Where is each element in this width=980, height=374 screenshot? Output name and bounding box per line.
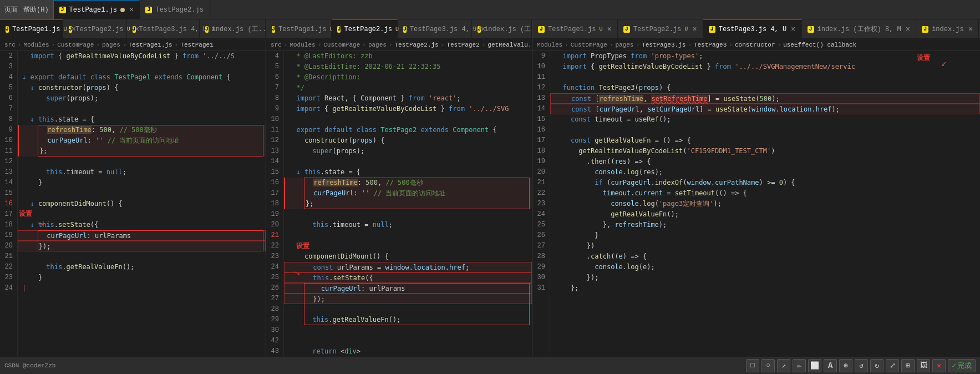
pane2-tab-testpage3[interactable]: J TestPage3.js 4, U × xyxy=(398,19,472,39)
tab-close-btn[interactable]: × xyxy=(129,6,134,14)
code-line: getRealtimeValueByCodeList('CF159FDDM1_T… xyxy=(550,146,980,156)
toolbar-pen-btn[interactable]: ✏ xyxy=(793,359,806,372)
pane3-tab-index[interactable]: J index.js × xyxy=(916,19,979,39)
pane3-tab-testpage3[interactable]: J TestPage3.js 4, U × xyxy=(703,19,802,39)
js-icon: J xyxy=(709,26,715,33)
pane1-tab2-index[interactable]: J index.js (工... × xyxy=(200,19,266,39)
js-icon: J xyxy=(69,26,72,33)
js-icon: J xyxy=(272,26,275,33)
code-line xyxy=(284,114,532,125)
code-line: console.log('page3定时查询'); xyxy=(550,199,980,209)
toolbar-undo-btn[interactable]: ↺ xyxy=(855,359,868,372)
pane1-tab2-testpage2[interactable]: J TestPage2.js U × xyxy=(63,19,126,39)
tab-label: index.js (工... xyxy=(212,24,266,34)
toolbar-circle-btn[interactable]: ○ xyxy=(761,359,775,372)
menu-bar: 页面 帮助(H) xyxy=(0,0,54,19)
tab-modified-indicator: U xyxy=(684,26,688,32)
pane1-tab-testpage1[interactable]: J TestPage1.js × xyxy=(54,0,140,19)
code-line: 设置 xyxy=(284,241,532,251)
pane1-tab2-testpage1[interactable]: J TestPage1.js U × xyxy=(0,19,63,39)
code-line: if (curPageUrl.indexOf(window.curPathNam… xyxy=(550,178,980,188)
editor-pane-3: J TestPage1.js U × J TestPage2.js U × J … xyxy=(532,19,980,356)
toolbar-plus-btn[interactable]: ⊕ xyxy=(839,359,852,372)
js-icon: J xyxy=(623,26,630,33)
pane1-line-numbers: 2 3 4 5 6 7 8 9 10 11 12 13 14 15 16 17 xyxy=(0,51,18,356)
pane3-tab-testpage1[interactable]: J TestPage1.js U × xyxy=(532,19,618,39)
js-icon: J xyxy=(478,26,481,33)
code-line xyxy=(18,209,266,220)
pane1-tab-bar: J TestPage1.js × J TestPage2.js xyxy=(54,0,210,19)
code-line: this.timeout = null; xyxy=(18,167,266,178)
js-icon: J xyxy=(205,26,209,33)
editor-pane-2: J TestPage1.js U × J TestPage2.js U × J … xyxy=(266,19,532,356)
toolbar-crop-btn[interactable]: ⊞ xyxy=(901,359,915,372)
js-icon: J xyxy=(337,26,341,33)
code-line: */ xyxy=(284,83,532,93)
code-line: console.log(res); xyxy=(550,167,980,178)
tab-label: TestPage1.js xyxy=(12,26,60,33)
toolbar-box-btn[interactable]: ⬜ xyxy=(808,359,821,372)
tab-label: index.js (工 xyxy=(484,24,531,34)
toolbar-cancel-btn[interactable]: ✕ xyxy=(932,359,946,372)
tab-close-btn[interactable]: × xyxy=(906,25,910,34)
code-line: import { getRealtimeValueByCodeList } fr… xyxy=(18,51,266,62)
pane2-line-numbers: 4 5 6 7 8 9 10 11 12 13 14 15 16 17 18 1… xyxy=(266,51,284,356)
code-line: return <div> xyxy=(284,346,532,356)
code-line xyxy=(284,336,532,346)
code-line: curPageUrl: urlParams xyxy=(284,283,532,294)
toolbar-arrow-btn[interactable]: ↗ xyxy=(777,359,790,372)
code-line: refreshTime: 500, // 500毫秒 xyxy=(18,125,266,135)
pane2-code-lines: * @LastEditors: zzb * @LastEditTime: 202… xyxy=(284,51,532,356)
tab-label: TestPage1.js xyxy=(69,6,117,14)
code-line xyxy=(18,188,266,199)
pane2-tab-testpage1[interactable]: J TestPage1.js U × xyxy=(266,19,332,39)
toolbar-save-img-btn[interactable]: 🖼 xyxy=(917,359,930,372)
toolbar-rect-btn[interactable]: □ xyxy=(746,359,759,372)
code-line xyxy=(284,325,532,336)
toolbar-redo-btn[interactable]: ↻ xyxy=(870,359,883,372)
code-line: * @Descripttion: xyxy=(284,72,532,83)
code-line: export default class TestPage2 extends C… xyxy=(284,125,532,135)
code-line: ↓ this.setState({ xyxy=(18,220,266,230)
code-line: constructor(props) { xyxy=(284,135,532,146)
js-icon: J xyxy=(133,26,136,33)
pane2-tab-index[interactable]: J index.js (工 × xyxy=(472,19,532,39)
pane1-tab-testpage2[interactable]: J TestPage2.js xyxy=(140,0,209,19)
toolbar-confirm-btn[interactable]: ✓ ✓完成 完成 xyxy=(948,359,976,372)
tab-modified-dot xyxy=(120,8,125,12)
code-line: function TestPage3(props) { xyxy=(550,83,980,93)
tab-label: TestPage2.js xyxy=(633,26,681,33)
code-line xyxy=(18,62,266,72)
code-line: import React, { Component } from 'react'… xyxy=(284,93,532,104)
tab-label: index.js xyxy=(932,26,964,33)
code-line: const getRealValueFn = () => { xyxy=(550,135,980,146)
code-line: ↓ constructor(props) { xyxy=(18,83,266,93)
tab-close-btn[interactable]: × xyxy=(692,25,697,34)
pane3-tab-index-workdir[interactable]: J index.js (工作权) 8, M × xyxy=(802,19,917,39)
code-line xyxy=(550,125,980,135)
annotation-setup-label-1: 设置 xyxy=(19,209,32,219)
menu-help[interactable]: 帮助(H) xyxy=(23,5,49,14)
pane3-tab-testpage2[interactable]: J TestPage2.js U × xyxy=(618,19,703,39)
pane3-code-lines: import PropTypes from 'prop-types'; impo… xyxy=(550,51,980,294)
pane2-tab-testpage2[interactable]: J TestPage2.js U × xyxy=(332,19,397,39)
menu-pages[interactable]: 页面 xyxy=(4,5,18,14)
tab-close-btn[interactable]: × xyxy=(607,25,611,34)
code-line: ↓ export default class TestPage1 extends… xyxy=(18,72,266,83)
code-line: .then((res) => { xyxy=(550,156,980,167)
code-line: const [curPageUrl, setCurPageUrl] = useS… xyxy=(550,104,980,114)
code-line: }) xyxy=(550,241,980,251)
toolbar-text-btn[interactable]: A xyxy=(824,359,837,372)
tab-close-btn[interactable]: × xyxy=(968,25,973,34)
pane3-breadcrumb: Modules› CustomPage› pages› TestPage3.js… xyxy=(532,39,980,51)
code-line: curPageUrl: urlParams xyxy=(18,230,266,241)
tab-close-btn[interactable]: × xyxy=(791,25,795,34)
code-line: } xyxy=(18,272,266,283)
tab-label: TestPage2.js xyxy=(155,6,203,14)
pane3-tab-bar: J TestPage1.js U × J TestPage2.js U × J … xyxy=(532,19,980,39)
pane1-tab2-testpage3[interactable]: J TestPage3.js 4, U × xyxy=(127,19,200,39)
code-line: }; xyxy=(284,199,532,209)
code-line: import PropTypes from 'prop-types'; xyxy=(550,51,980,62)
code-line: ↓ this.state = { xyxy=(18,114,266,125)
toolbar-expand-btn[interactable]: ⤢ xyxy=(886,359,899,372)
